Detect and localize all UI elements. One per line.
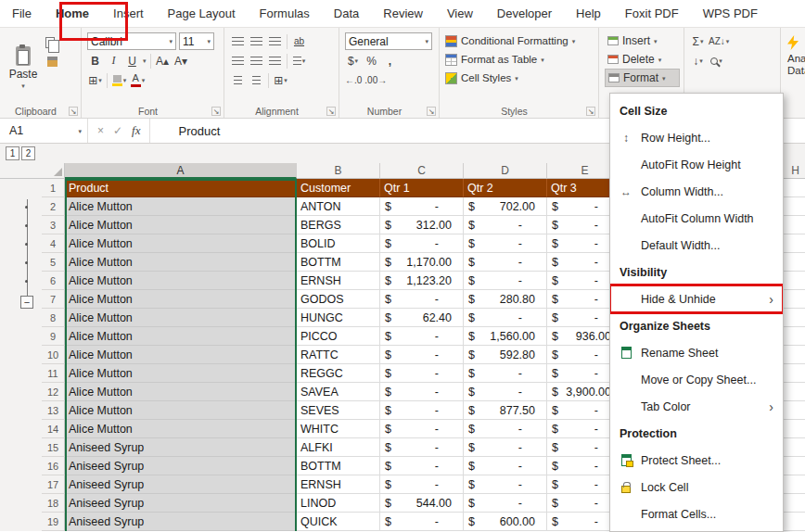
merge-center-button[interactable]: ⊞▾ bbox=[273, 71, 288, 89]
tab-review[interactable]: Review bbox=[371, 0, 435, 27]
cell-D18[interactable]: $- bbox=[464, 494, 547, 513]
tab-foxit-pdf[interactable]: Foxit PDF bbox=[613, 0, 691, 27]
cell-C2[interactable]: $- bbox=[380, 197, 464, 216]
menu-item-move-or-copy-sheet[interactable]: Move or Copy Sheet... bbox=[610, 366, 783, 393]
percent-style-button[interactable]: % bbox=[364, 52, 379, 70]
menu-item-rename-sheet[interactable]: Rename Sheet bbox=[610, 339, 783, 366]
cell-D11[interactable]: $- bbox=[464, 364, 547, 383]
align-left-button[interactable] bbox=[230, 52, 246, 70]
cell-A6[interactable]: Alice Mutton bbox=[65, 272, 297, 290]
cell-C6[interactable]: $1,123.20 bbox=[380, 272, 464, 290]
outline-level-2-button[interactable]: 2 bbox=[21, 146, 35, 160]
cell-D16[interactable]: $- bbox=[464, 457, 547, 475]
row-header-18[interactable]: 18 bbox=[42, 494, 65, 513]
menu-item-hide-unhide[interactable]: Hide & Unhide› bbox=[610, 285, 783, 312]
align-top-button[interactable] bbox=[230, 32, 246, 50]
cell-B9[interactable]: PICCO bbox=[297, 327, 380, 346]
cell-A7[interactable]: Alice Mutton bbox=[65, 290, 297, 309]
orientation-button[interactable]: ▾ bbox=[291, 52, 307, 70]
row-header-11[interactable]: 11 bbox=[42, 364, 65, 383]
fill-color-button[interactable]: ▾ bbox=[111, 71, 127, 89]
find-select-button[interactable]: ▾ bbox=[709, 52, 724, 70]
cell-B10[interactable]: RATTC bbox=[297, 346, 380, 364]
delete-button[interactable]: Delete ▾ bbox=[605, 50, 680, 69]
cell-C3[interactable]: $312.00 bbox=[380, 216, 464, 234]
cell-styles-button[interactable]: Cell Styles ▾ bbox=[445, 69, 594, 87]
cell-D19[interactable]: $600.00 bbox=[464, 513, 547, 531]
font-dialog-launcher[interactable]: ↘ bbox=[211, 107, 221, 116]
cell-A13[interactable]: Alice Mutton bbox=[65, 401, 297, 420]
cell-B16[interactable]: BOTTM bbox=[297, 457, 380, 475]
wrap-text-button[interactable]: ab bbox=[291, 32, 307, 50]
menu-item-protect-sheet[interactable]: Protect Sheet... bbox=[610, 447, 783, 474]
cell-A2[interactable]: Alice Mutton bbox=[65, 197, 297, 216]
analyze-data-button[interactable]: Analyze Data bbox=[781, 28, 805, 118]
align-middle-button[interactable] bbox=[249, 32, 264, 50]
menu-item-default-width[interactable]: Default Width... bbox=[610, 232, 783, 259]
outline-level-1-button[interactable]: 1 bbox=[6, 146, 19, 160]
insert-button[interactable]: Insert ▾ bbox=[605, 32, 680, 50]
shrink-font-button[interactable]: A▾ bbox=[173, 52, 189, 70]
cell-A3[interactable]: Alice Mutton bbox=[65, 216, 297, 234]
align-center-button[interactable] bbox=[249, 52, 264, 70]
align-bottom-button[interactable] bbox=[267, 32, 283, 50]
cell-D14[interactable]: $- bbox=[464, 420, 547, 438]
row-header-15[interactable]: 15 bbox=[42, 438, 65, 457]
row-header-9[interactable]: 9 bbox=[42, 327, 65, 346]
tab-formulas[interactable]: Formulas bbox=[248, 0, 322, 27]
column-header-B[interactable]: B bbox=[297, 163, 380, 179]
row-header-19[interactable]: 19 bbox=[42, 513, 65, 531]
cell-B15[interactable]: ALFKI bbox=[297, 438, 380, 457]
font-size-combo[interactable]: 11 ▾ bbox=[179, 32, 214, 50]
cell-D5[interactable]: $- bbox=[464, 253, 547, 272]
menu-item-tab-color[interactable]: Tab Color› bbox=[610, 393, 783, 420]
cell-A14[interactable]: Alice Mutton bbox=[65, 420, 297, 438]
format-as-table-button[interactable]: Format as Table ▾ bbox=[445, 50, 594, 69]
font-color-button[interactable]: A▾ bbox=[130, 71, 146, 89]
row-header-6[interactable]: 6 bbox=[42, 272, 65, 290]
cell-C9[interactable]: $- bbox=[380, 327, 464, 346]
cell-D2[interactable]: $702.00 bbox=[464, 197, 547, 216]
column-header-A[interactable]: A bbox=[65, 163, 297, 179]
cell-C16[interactable]: $- bbox=[380, 457, 464, 475]
paste-button[interactable]: Paste ▾ bbox=[6, 32, 41, 103]
cell-D6[interactable]: $- bbox=[464, 272, 547, 290]
menu-item-lock-cell[interactable]: Lock Cell bbox=[610, 474, 783, 500]
row-header-13[interactable]: 13 bbox=[42, 401, 65, 420]
menu-item-row-height[interactable]: ↕Row Height... bbox=[610, 124, 783, 151]
format-painter-button[interactable] bbox=[45, 53, 60, 70]
cell-D4[interactable]: $- bbox=[464, 234, 547, 253]
styles-dialog-launcher[interactable]: ↘ bbox=[586, 107, 595, 116]
cell-C8[interactable]: $62.40 bbox=[380, 309, 464, 327]
cell-B19[interactable]: QUICK bbox=[297, 513, 380, 531]
cell-A1[interactable]: Product bbox=[65, 179, 297, 197]
cell-C1[interactable]: Qtr 1 bbox=[380, 179, 464, 197]
cancel-icon[interactable]: × bbox=[97, 124, 104, 137]
cell-C15[interactable]: $- bbox=[380, 438, 464, 457]
cell-D17[interactable]: $- bbox=[464, 475, 547, 494]
cell-B14[interactable]: WHITC bbox=[297, 420, 380, 438]
column-header-D[interactable]: D bbox=[464, 163, 547, 179]
cell-D1[interactable]: Qtr 2 bbox=[464, 179, 547, 197]
cell-C18[interactable]: $544.00 bbox=[380, 494, 464, 513]
column-header-C[interactable]: C bbox=[380, 163, 464, 179]
insert-function-icon[interactable]: fx bbox=[132, 123, 140, 138]
row-header-12[interactable]: 12 bbox=[42, 383, 65, 401]
cell-A9[interactable]: Alice Mutton bbox=[65, 327, 297, 346]
cell-A18[interactable]: Aniseed Syrup bbox=[65, 494, 297, 513]
collapse-group-button[interactable]: − bbox=[20, 296, 33, 309]
menu-item-format-cells[interactable]: Format Cells... bbox=[610, 500, 783, 527]
cell-A15[interactable]: Aniseed Syrup bbox=[65, 438, 297, 457]
comma-style-button[interactable]: , bbox=[382, 52, 398, 70]
cell-C11[interactable]: $- bbox=[380, 364, 464, 383]
cell-C14[interactable]: $- bbox=[380, 420, 464, 438]
number-format-combo[interactable]: General ▾ bbox=[345, 32, 432, 50]
italic-button[interactable]: I bbox=[106, 52, 121, 70]
cell-D9[interactable]: $1,560.00 bbox=[464, 327, 547, 346]
cell-C17[interactable]: $- bbox=[380, 475, 464, 494]
tab-help[interactable]: Help bbox=[564, 0, 613, 27]
menu-item-column-width[interactable]: ↔Column Width... bbox=[610, 178, 783, 205]
cell-B13[interactable]: SEVES bbox=[297, 401, 380, 420]
cell-C13[interactable]: $- bbox=[380, 401, 464, 420]
row-header-8[interactable]: 8 bbox=[42, 309, 65, 327]
